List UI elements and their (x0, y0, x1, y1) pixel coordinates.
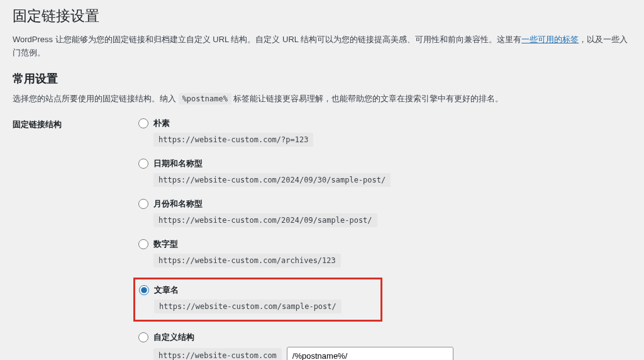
permalink-structure-label: 固定链接结构 (13, 116, 138, 130)
radio-numeric[interactable] (138, 239, 148, 249)
page-title: 固定链接设置 (13, 6, 631, 26)
radio-custom[interactable] (138, 332, 148, 342)
option-custom: 自定义结构 https://website-custom.com 可用标签: %… (138, 330, 631, 360)
radio-postname[interactable] (139, 285, 149, 295)
label-custom[interactable]: 自定义结构 (153, 332, 194, 343)
custom-prefix: https://website-custom.com (153, 348, 282, 360)
intro-text: WordPress 让您能够为您的固定链接和归档建立自定义 URL 结构。自定义… (13, 33, 631, 60)
custom-structure-row: https://website-custom.com (153, 347, 631, 360)
permalink-options: 朴素 https://website-custom.com/?p=123 日期和… (138, 116, 631, 360)
desc-code: %postname% (179, 93, 231, 104)
label-plain[interactable]: 朴素 (153, 118, 170, 129)
radio-plain[interactable] (138, 118, 148, 128)
example-plain: https://website-custom.com/?p=123 (153, 133, 313, 147)
tags-doc-link[interactable]: 一些可用的标签 (521, 35, 579, 44)
example-postname: https://website-custom.com/sample-post/ (154, 300, 341, 313)
section-heading: 常用设置 (13, 71, 631, 86)
label-postname[interactable]: 文章名 (154, 284, 179, 296)
example-month-name: https://website-custom.com/2024/09/sampl… (153, 213, 377, 227)
option-postname-highlighted: 文章名 https://website-custom.com/sample-po… (133, 278, 382, 322)
option-plain: 朴素 https://website-custom.com/?p=123 (138, 116, 631, 148)
label-day-name[interactable]: 日期和名称型 (153, 158, 203, 169)
option-day-name: 日期和名称型 https://website-custom.com/2024/0… (138, 157, 631, 188)
example-day-name: https://website-custom.com/2024/09/30/sa… (153, 173, 391, 187)
option-month-name: 月份和名称型 https://website-custom.com/2024/0… (138, 197, 631, 228)
radio-day-name[interactable] (138, 159, 148, 169)
permalink-form-row: 固定链接结构 朴素 https://website-custom.com/?p=… (13, 116, 631, 360)
intro-before: WordPress 让您能够为您的固定链接和归档建立自定义 URL 结构。自定义… (13, 35, 521, 44)
desc-after: 标签能让链接更容易理解，也能帮助您的文章在搜索引擎中有更好的排名。 (231, 94, 504, 103)
desc-before: 选择您的站点所要使用的固定链接结构。纳入 (13, 94, 179, 103)
label-numeric[interactable]: 数字型 (153, 239, 178, 250)
label-month-name[interactable]: 月份和名称型 (153, 198, 203, 210)
custom-structure-input[interactable] (287, 347, 453, 360)
example-numeric: https://website-custom.com/archives/123 (153, 254, 341, 267)
option-numeric: 数字型 https://website-custom.com/archives/… (138, 237, 631, 269)
radio-month-name[interactable] (138, 199, 148, 209)
section-desc: 选择您的站点所要使用的固定链接结构。纳入 %postname% 标签能让链接更容… (13, 93, 631, 106)
